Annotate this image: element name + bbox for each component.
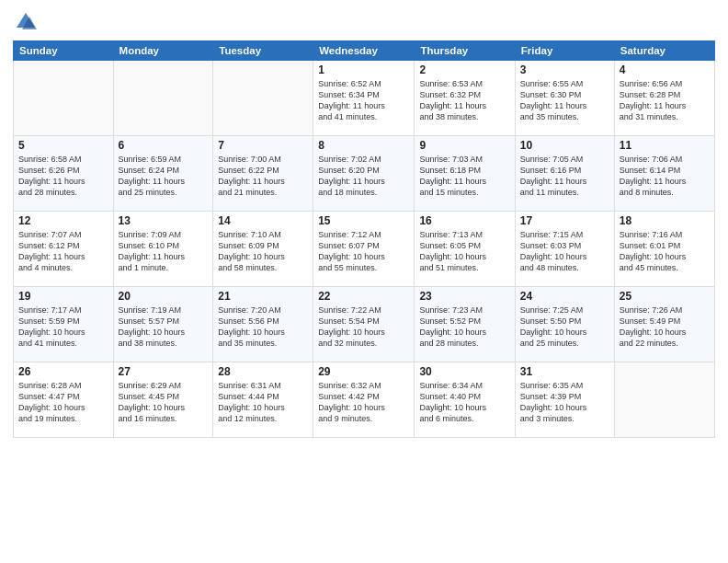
day-number: 22 [318,290,409,303]
calendar-cell: 4Sunrise: 6:56 AM Sunset: 6:28 PM Daylig… [614,61,714,136]
calendar-cell: 31Sunrise: 6:35 AM Sunset: 4:39 PM Dayli… [515,362,614,438]
day-info: Sunrise: 6:32 AM Sunset: 4:42 PM Dayligh… [318,380,409,425]
day-number: 5 [18,139,108,152]
day-info: Sunrise: 6:59 AM Sunset: 6:24 PM Dayligh… [119,154,209,199]
calendar-cell: 18Sunrise: 7:16 AM Sunset: 6:01 PM Dayli… [614,212,714,287]
calendar-cell: 23Sunrise: 7:23 AM Sunset: 5:52 PM Dayli… [415,287,515,362]
page-container: SundayMondayTuesdayWednesdayThursdayFrid… [0,0,728,563]
calendar-cell: 3Sunrise: 6:55 AM Sunset: 6:30 PM Daylig… [515,61,614,136]
day-info: Sunrise: 7:07 AM Sunset: 6:12 PM Dayligh… [18,229,108,274]
weekday-header-wednesday: Wednesday [313,41,415,61]
calendar-week-3: 19Sunrise: 7:17 AM Sunset: 5:59 PM Dayli… [14,287,715,362]
logo-icon [13,9,39,35]
day-info: Sunrise: 7:03 AM Sunset: 6:18 PM Dayligh… [419,154,509,199]
weekday-header-tuesday: Tuesday [213,41,313,61]
day-number: 18 [620,214,710,227]
calendar-cell: 13Sunrise: 7:09 AM Sunset: 6:10 PM Dayli… [113,212,213,287]
calendar-week-2: 12Sunrise: 7:07 AM Sunset: 6:12 PM Dayli… [14,212,715,287]
calendar-cell: 22Sunrise: 7:22 AM Sunset: 5:54 PM Dayli… [313,287,415,362]
calendar-cell [113,61,213,136]
day-number: 13 [119,214,209,227]
day-info: Sunrise: 6:29 AM Sunset: 4:45 PM Dayligh… [119,380,209,425]
calendar-cell: 8Sunrise: 7:02 AM Sunset: 6:20 PM Daylig… [313,136,415,212]
calendar-cell: 7Sunrise: 7:00 AM Sunset: 6:22 PM Daylig… [213,136,313,212]
header [13,9,715,35]
weekday-header-row: SundayMondayTuesdayWednesdayThursdayFrid… [14,41,715,61]
day-info: Sunrise: 7:10 AM Sunset: 6:09 PM Dayligh… [218,229,308,274]
calendar-cell: 17Sunrise: 7:15 AM Sunset: 6:03 PM Dayli… [515,212,614,287]
day-number: 27 [119,365,209,378]
day-number: 17 [520,214,609,227]
calendar-cell: 30Sunrise: 6:34 AM Sunset: 4:40 PM Dayli… [415,362,515,438]
day-number: 30 [419,365,509,378]
day-info: Sunrise: 7:15 AM Sunset: 6:03 PM Dayligh… [520,229,609,274]
day-info: Sunrise: 7:25 AM Sunset: 5:50 PM Dayligh… [520,304,609,350]
day-info: Sunrise: 6:31 AM Sunset: 4:44 PM Dayligh… [218,380,308,425]
weekday-header-sunday: Sunday [14,41,114,61]
day-number: 15 [318,214,409,227]
calendar-cell: 26Sunrise: 6:28 AM Sunset: 4:47 PM Dayli… [14,362,114,438]
day-info: Sunrise: 7:19 AM Sunset: 5:57 PM Dayligh… [119,304,209,350]
day-number: 19 [18,290,108,303]
calendar-cell: 20Sunrise: 7:19 AM Sunset: 5:57 PM Dayli… [113,287,213,362]
calendar-cell: 28Sunrise: 6:31 AM Sunset: 4:44 PM Dayli… [213,362,313,438]
day-number: 10 [520,139,609,152]
day-number: 9 [419,139,509,152]
day-info: Sunrise: 7:17 AM Sunset: 5:59 PM Dayligh… [18,304,108,350]
calendar-cell: 11Sunrise: 7:06 AM Sunset: 6:14 PM Dayli… [614,136,714,212]
calendar-cell: 5Sunrise: 6:58 AM Sunset: 6:26 PM Daylig… [14,136,114,212]
day-info: Sunrise: 6:34 AM Sunset: 4:40 PM Dayligh… [419,380,509,425]
calendar-cell: 29Sunrise: 6:32 AM Sunset: 4:42 PM Dayli… [313,362,415,438]
weekday-header-thursday: Thursday [415,41,515,61]
day-number: 23 [419,290,509,303]
day-info: Sunrise: 7:06 AM Sunset: 6:14 PM Dayligh… [620,154,710,199]
calendar-cell: 2Sunrise: 6:53 AM Sunset: 6:32 PM Daylig… [415,61,515,136]
day-number: 7 [218,139,308,152]
calendar-week-0: 1Sunrise: 6:52 AM Sunset: 6:34 PM Daylig… [14,61,715,136]
day-info: Sunrise: 7:20 AM Sunset: 5:56 PM Dayligh… [218,304,308,350]
day-info: Sunrise: 7:09 AM Sunset: 6:10 PM Dayligh… [119,229,209,274]
day-info: Sunrise: 7:26 AM Sunset: 5:49 PM Dayligh… [620,304,710,350]
day-number: 3 [520,63,609,76]
day-number: 16 [419,214,509,227]
day-number: 28 [218,365,308,378]
calendar-cell: 9Sunrise: 7:03 AM Sunset: 6:18 PM Daylig… [415,136,515,212]
calendar-cell [614,362,714,438]
calendar-cell: 14Sunrise: 7:10 AM Sunset: 6:09 PM Dayli… [213,212,313,287]
day-info: Sunrise: 7:12 AM Sunset: 6:07 PM Dayligh… [318,229,409,274]
day-info: Sunrise: 6:55 AM Sunset: 6:30 PM Dayligh… [520,78,609,123]
day-number: 20 [119,290,209,303]
day-number: 11 [620,139,710,152]
day-info: Sunrise: 7:13 AM Sunset: 6:05 PM Dayligh… [419,229,509,274]
calendar-week-4: 26Sunrise: 6:28 AM Sunset: 4:47 PM Dayli… [14,362,715,438]
day-info: Sunrise: 7:02 AM Sunset: 6:20 PM Dayligh… [318,154,409,199]
day-number: 31 [520,365,609,378]
calendar-cell: 19Sunrise: 7:17 AM Sunset: 5:59 PM Dayli… [14,287,114,362]
weekday-header-monday: Monday [113,41,213,61]
day-number: 1 [318,63,409,76]
calendar-cell [14,61,114,136]
day-info: Sunrise: 6:35 AM Sunset: 4:39 PM Dayligh… [520,380,609,425]
calendar-table: SundayMondayTuesdayWednesdayThursdayFrid… [13,40,715,438]
calendar-cell [213,61,313,136]
day-info: Sunrise: 6:28 AM Sunset: 4:47 PM Dayligh… [18,380,108,425]
day-number: 29 [318,365,409,378]
day-number: 8 [318,139,409,152]
day-number: 24 [520,290,609,303]
day-number: 4 [620,63,710,76]
calendar-cell: 6Sunrise: 6:59 AM Sunset: 6:24 PM Daylig… [113,136,213,212]
day-info: Sunrise: 6:52 AM Sunset: 6:34 PM Dayligh… [318,78,409,123]
day-number: 14 [218,214,308,227]
day-number: 21 [218,290,308,303]
weekday-header-friday: Friday [515,41,614,61]
weekday-header-saturday: Saturday [614,41,714,61]
day-number: 26 [18,365,108,378]
day-info: Sunrise: 6:53 AM Sunset: 6:32 PM Dayligh… [419,78,509,123]
calendar-cell: 25Sunrise: 7:26 AM Sunset: 5:49 PM Dayli… [614,287,714,362]
calendar-cell: 10Sunrise: 7:05 AM Sunset: 6:16 PM Dayli… [515,136,614,212]
calendar-cell: 12Sunrise: 7:07 AM Sunset: 6:12 PM Dayli… [14,212,114,287]
day-number: 6 [119,139,209,152]
day-info: Sunrise: 7:23 AM Sunset: 5:52 PM Dayligh… [419,304,509,350]
day-number: 25 [620,290,710,303]
day-info: Sunrise: 7:05 AM Sunset: 6:16 PM Dayligh… [520,154,609,199]
